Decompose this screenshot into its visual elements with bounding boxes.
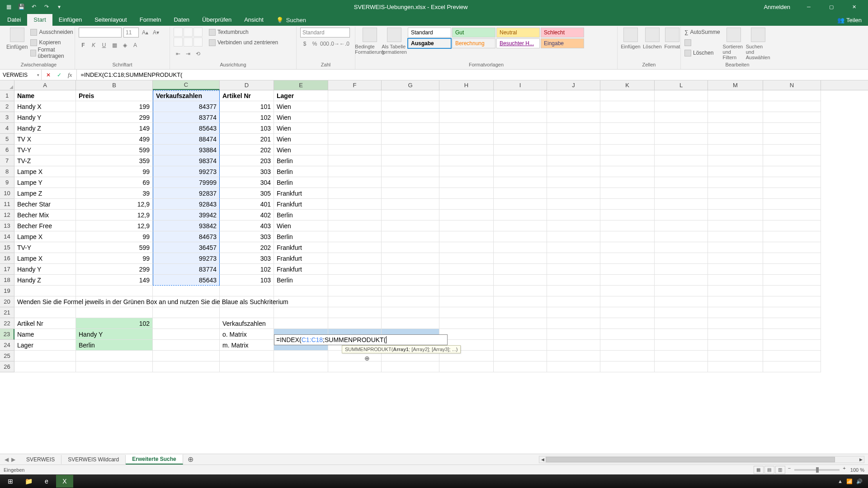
cell[interactable] xyxy=(220,307,274,318)
cell[interactable] xyxy=(382,188,439,199)
cell[interactable]: 83774 xyxy=(153,264,220,275)
align-mid-center[interactable] xyxy=(184,38,193,47)
cell[interactable] xyxy=(708,188,763,199)
tab-formeln[interactable]: Formeln xyxy=(133,14,168,26)
cell[interactable]: 101 xyxy=(220,101,274,112)
tab-ueberpruefen[interactable]: Überprüfen xyxy=(196,14,238,26)
cell[interactable]: 12,9 xyxy=(76,210,153,221)
cell[interactable] xyxy=(708,275,763,286)
cell[interactable] xyxy=(547,286,600,296)
cell[interactable] xyxy=(600,231,655,242)
cell[interactable] xyxy=(763,177,821,188)
cell[interactable] xyxy=(494,166,547,177)
format-cells-button[interactable]: Format xyxy=(665,28,680,49)
cell[interactable] xyxy=(600,155,655,166)
cell[interactable] xyxy=(153,329,220,340)
col-header-d[interactable]: D xyxy=(220,80,274,90)
cell[interactable] xyxy=(439,275,494,286)
clear-button[interactable]: Löschen xyxy=(684,48,720,57)
cell[interactable] xyxy=(494,210,547,221)
col-header-m[interactable]: M xyxy=(708,80,763,90)
cell[interactable] xyxy=(600,145,655,155)
cell[interactable] xyxy=(600,123,655,134)
cell[interactable] xyxy=(328,318,382,329)
cell[interactable]: Verkaufszahlen xyxy=(220,318,274,329)
cell[interactable] xyxy=(547,275,600,286)
cell[interactable] xyxy=(494,155,547,166)
cell[interactable] xyxy=(763,340,821,351)
style-neutral[interactable]: Neutral xyxy=(496,28,540,38)
style-schlecht[interactable]: Schlecht xyxy=(541,28,584,38)
cell[interactable] xyxy=(655,112,708,123)
formula-bar-input[interactable]: =INDEX(C1:C18;SUMMENPRODUKT( xyxy=(77,70,868,80)
cell[interactable] xyxy=(547,253,600,264)
number-format-select[interactable]: Standard xyxy=(300,28,350,38)
row-header[interactable]: 14 xyxy=(0,231,14,242)
cell[interactable]: Lampe X xyxy=(14,166,76,177)
cell[interactable] xyxy=(547,188,600,199)
cell[interactable] xyxy=(600,134,655,145)
cell[interactable] xyxy=(708,199,763,210)
cell[interactable]: Lampe Y xyxy=(14,177,76,188)
cell[interactable] xyxy=(708,340,763,351)
increase-decimal[interactable]: .0→ xyxy=(330,39,339,48)
cell[interactable]: Lampe Z xyxy=(14,188,76,199)
cell[interactable] xyxy=(382,361,439,372)
cell[interactable] xyxy=(494,90,547,101)
cell[interactable] xyxy=(274,361,328,372)
cell[interactable] xyxy=(547,318,600,329)
cell[interactable] xyxy=(494,123,547,134)
cell[interactable] xyxy=(439,210,494,221)
row-header[interactable]: 9 xyxy=(0,177,14,188)
cell[interactable] xyxy=(494,199,547,210)
cell[interactable] xyxy=(76,351,153,361)
cell[interactable] xyxy=(655,318,708,329)
col-header-e[interactable]: E xyxy=(274,80,328,90)
decrease-font-icon[interactable]: A▾ xyxy=(151,28,160,37)
cell[interactable]: 92837 xyxy=(153,188,220,199)
cell[interactable]: Frankfurt xyxy=(274,242,328,253)
cell[interactable] xyxy=(494,361,547,372)
cell[interactable] xyxy=(439,123,494,134)
cell[interactable] xyxy=(439,188,494,199)
cell[interactable] xyxy=(439,134,494,145)
cell[interactable]: 599 xyxy=(76,242,153,253)
cell[interactable] xyxy=(328,166,382,177)
cell[interactable] xyxy=(600,166,655,177)
cell[interactable] xyxy=(494,112,547,123)
cell[interactable] xyxy=(763,188,821,199)
row-header[interactable]: 19 xyxy=(0,286,14,296)
start-button[interactable]: ⊞ xyxy=(2,475,19,488)
cell[interactable] xyxy=(274,351,328,361)
cell[interactable] xyxy=(547,101,600,112)
add-sheet-button[interactable]: ⊕ xyxy=(183,455,198,464)
cell[interactable] xyxy=(708,101,763,112)
cell[interactable] xyxy=(763,307,821,318)
cell[interactable] xyxy=(328,90,382,101)
cell[interactable]: 102 xyxy=(220,264,274,275)
minimize-button[interactable]: ─ xyxy=(798,0,819,14)
cell[interactable] xyxy=(547,145,600,155)
cell[interactable] xyxy=(382,286,439,296)
cell[interactable] xyxy=(547,210,600,221)
cell[interactable]: 99 xyxy=(76,253,153,264)
cell[interactable] xyxy=(655,361,708,372)
tray-volume-icon[interactable]: 🔊 xyxy=(856,479,863,484)
cell[interactable] xyxy=(494,340,547,351)
cell[interactable]: 304 xyxy=(220,177,274,188)
cell[interactable] xyxy=(439,253,494,264)
col-header-n[interactable]: N xyxy=(763,80,821,90)
row-header[interactable]: 25 xyxy=(0,351,14,361)
cell[interactable] xyxy=(655,275,708,286)
cell[interactable] xyxy=(439,90,494,101)
currency-button[interactable]: $ xyxy=(300,39,309,48)
cell[interactable]: 69 xyxy=(76,177,153,188)
decrease-decimal[interactable]: ←.0 xyxy=(340,39,349,48)
increase-indent[interactable]: ⇥ xyxy=(184,49,193,58)
insert-cells-button[interactable]: Einfügen xyxy=(621,28,640,49)
cell[interactable] xyxy=(76,286,153,296)
cell[interactable]: Lager xyxy=(14,340,76,351)
cell[interactable] xyxy=(494,177,547,188)
sheet-nav-prev[interactable]: ◀ xyxy=(5,456,9,463)
underline-button[interactable]: U xyxy=(99,41,108,50)
